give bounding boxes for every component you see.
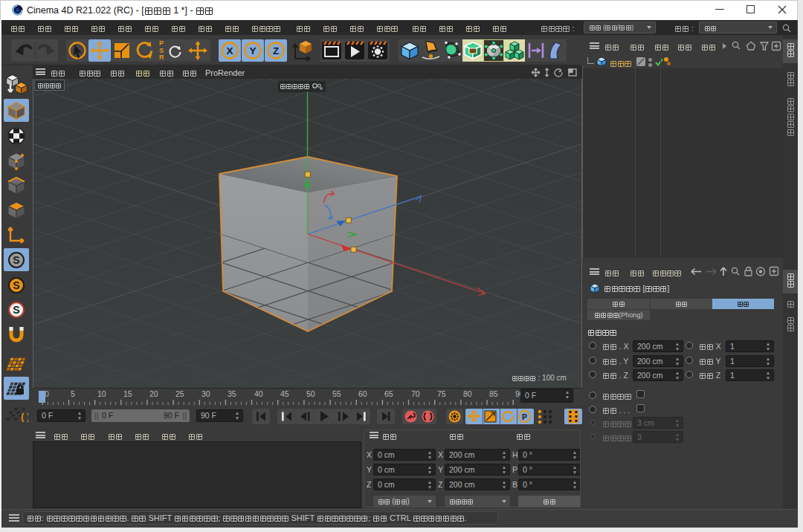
svg-text:Y: Y: [249, 45, 256, 56]
svg-text:20: 20: [149, 389, 158, 398]
svg-text:85: 85: [489, 389, 498, 398]
svg-text:Z: Z: [273, 45, 279, 56]
svg-text:50: 50: [306, 389, 315, 398]
svg-text:X: X: [226, 45, 233, 56]
svg-text:55: 55: [332, 389, 341, 398]
svg-text:S: S: [13, 254, 19, 266]
svg-text:S: S: [13, 304, 19, 316]
svg-text:S: S: [13, 279, 19, 291]
svg-text:( ): ( ): [21, 411, 28, 422]
svg-text:5: 5: [71, 389, 75, 398]
svg-text:40: 40: [254, 389, 263, 398]
svg-text:75: 75: [437, 389, 446, 398]
svg-text:0: 0: [45, 389, 49, 398]
svg-text:65: 65: [384, 389, 393, 398]
svg-text:60: 60: [358, 389, 367, 398]
svg-text:35: 35: [228, 389, 236, 398]
svg-text:P: P: [522, 412, 527, 421]
svg-text:80: 80: [463, 389, 472, 398]
svg-text:45: 45: [280, 389, 289, 398]
svg-text:10: 10: [97, 389, 106, 398]
svg-text:70: 70: [411, 389, 420, 398]
svg-text:15: 15: [123, 389, 132, 398]
svg-text:30: 30: [201, 389, 210, 398]
svg-text:25: 25: [175, 389, 184, 398]
